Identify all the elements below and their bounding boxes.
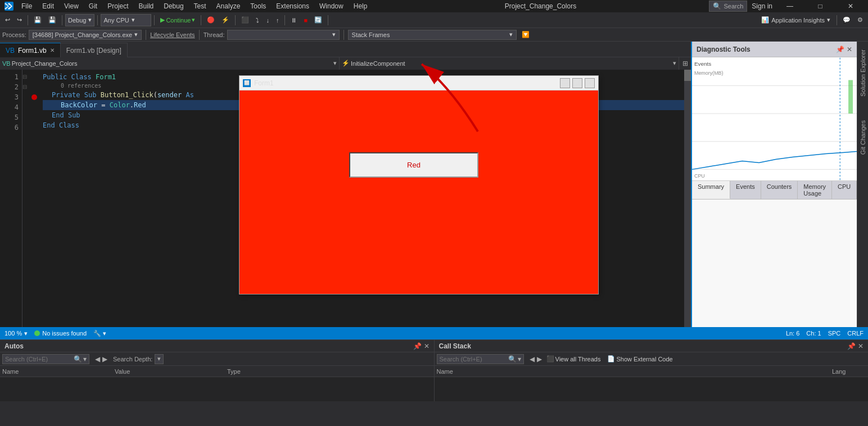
call-stack-nav-back[interactable]: ◀ <box>530 355 535 363</box>
pause-button[interactable]: ⏸ <box>288 14 300 26</box>
continue-button[interactable]: ▶ Continue ▾ <box>157 14 198 26</box>
cpu-dropdown[interactable]: Any CPU ▾ <box>101 14 151 26</box>
save-all-button[interactable]: 💾 <box>46 14 59 26</box>
diagnostic-title: Diagnostic Tools <box>697 46 751 53</box>
menu-edit[interactable]: Edit <box>38 1 58 11</box>
diag-tab-events[interactable]: Events <box>730 181 761 199</box>
process-toolbar: Process: [34688] Project_Change_Colors.e… <box>0 28 868 42</box>
crlf-display[interactable]: CRLF <box>847 330 864 337</box>
menu-git[interactable]: Git <box>84 1 102 11</box>
view-all-threads-button[interactable]: ⬛ View all Threads <box>544 355 603 362</box>
solution-explorer-label[interactable]: Solution Explorer <box>858 46 867 100</box>
git-changes-label[interactable]: Git Changes <box>858 117 867 158</box>
call-stack-close-button[interactable]: ✕ <box>858 342 864 350</box>
red-button[interactable]: Red <box>349 152 478 178</box>
menu-analyze[interactable]: Analyze <box>212 1 245 11</box>
search-depth-dropdown[interactable]: ▾ <box>155 354 164 364</box>
call-stack-pin-button[interactable]: 📌 <box>847 342 856 350</box>
class-dropdown[interactable]: VB Project_Change_Colors ▾ <box>0 57 340 70</box>
collapse-1[interactable]: ⊟ <box>22 72 30 82</box>
menu-tools[interactable]: Tools <box>246 1 270 11</box>
search-depth-label: Search Depth: <box>113 356 152 362</box>
form1-maximize-button[interactable]: □ <box>572 78 582 88</box>
menu-help[interactable]: Help <box>349 1 372 11</box>
stop-button[interactable]: ■ <box>301 14 310 26</box>
menu-project[interactable]: Project <box>103 1 133 11</box>
call-stack-search-box[interactable]: 🔍 ▾ <box>437 354 524 364</box>
diag-pin-button[interactable]: 📌 <box>836 46 844 53</box>
menu-file[interactable]: File <box>17 1 37 11</box>
thread-dropdown[interactable]: ▾ <box>227 30 340 40</box>
undo-button[interactable]: ↩ <box>2 14 13 26</box>
diag-close-button[interactable]: ✕ <box>847 46 852 53</box>
autos-nav-forward[interactable]: ▶ <box>102 355 107 363</box>
search-box-title[interactable]: 🔍 Search <box>709 1 747 12</box>
restart-button[interactable]: 🔄 <box>311 14 325 26</box>
breakpoints-button[interactable]: ⬛ <box>238 14 252 26</box>
diag-tab-cpu[interactable]: CPU <box>832 181 857 199</box>
autos-pin-button[interactable]: 📌 <box>413 342 422 350</box>
autos-header-btns: 📌 ✕ <box>413 342 430 350</box>
vb-icon: VB <box>6 47 15 55</box>
sign-in-label[interactable]: Sign in <box>752 2 772 10</box>
autos-search-box[interactable]: 🔍 ▾ <box>2 354 89 364</box>
redo-button[interactable]: ↪ <box>14 14 25 26</box>
stack-frames-dropdown[interactable]: Stack Frames ▾ <box>348 30 517 40</box>
editor-scrollbar[interactable] <box>684 70 691 327</box>
autos-close-button[interactable]: ✕ <box>424 342 430 350</box>
diag-tab-memory[interactable]: Memory Usage <box>798 181 832 199</box>
debug-mode-dropdown[interactable]: Debug ▾ <box>65 14 94 26</box>
step-over-button[interactable]: ⤵ <box>253 14 262 26</box>
tab-form1-design[interactable]: Form1.vb [Design] <box>61 43 128 57</box>
call-stack-search-chevron[interactable]: ▾ <box>518 355 521 363</box>
hot-reload-button[interactable]: ⚡ <box>219 14 232 26</box>
method-dropdown-label: InitializeComponent <box>351 60 405 67</box>
method-dropdown[interactable]: ⚡ InitializeComponent ▾ <box>340 57 679 70</box>
form1-window-title: Form1 <box>254 79 274 87</box>
diag-tab-summary[interactable]: Summary <box>692 181 730 199</box>
split-editor-button[interactable]: ⊞ <box>679 57 691 70</box>
minimize-button[interactable]: — <box>777 0 803 12</box>
class-icon: VB <box>2 60 11 67</box>
call-stack-title: Call Stack <box>439 342 471 350</box>
menu-test[interactable]: Test <box>189 1 211 11</box>
menu-view[interactable]: View <box>60 1 83 11</box>
autos-search-chevron[interactable]: ▾ <box>83 355 87 363</box>
diagnostic-header: Diagnostic Tools 📌 ✕ <box>692 42 857 57</box>
settings-button[interactable]: ⚙ <box>855 14 866 26</box>
menu-debug[interactable]: Debug <box>159 1 188 11</box>
close-button[interactable]: ✕ <box>838 0 864 12</box>
maximize-button[interactable]: □ <box>807 0 833 12</box>
save-button[interactable]: 💾 <box>31 14 44 26</box>
form1-minimize-button[interactable]: — <box>560 78 570 88</box>
attach-button[interactable]: 🔴 <box>204 14 218 26</box>
step-out-button[interactable]: ↑ <box>273 14 282 26</box>
call-stack-search-icon[interactable]: 🔍 <box>508 355 517 363</box>
stack-expand-button[interactable]: 🔽 <box>519 29 532 41</box>
autos-search-input[interactable] <box>5 356 73 362</box>
step-into-button[interactable]: ↓ <box>263 14 272 26</box>
tools-button[interactable]: 🔧 ▾ <box>93 330 106 337</box>
zoom-chevron-icon: ▾ <box>24 330 28 337</box>
zoom-display[interactable]: 100 % ▾ <box>4 330 28 337</box>
call-stack-search-input[interactable] <box>440 356 507 362</box>
form1-close-button[interactable]: ✕ <box>585 78 595 88</box>
call-stack-nav-forward[interactable]: ▶ <box>537 355 542 363</box>
menu-extensions[interactable]: Extensions <box>272 1 314 11</box>
process-dropdown[interactable]: [34688] Project_Change_Colors.exe ▾ <box>29 30 142 40</box>
app-insights-button[interactable]: 📊 Application Insights ▾ <box>758 15 834 25</box>
autos-nav-back[interactable]: ◀ <box>95 355 100 363</box>
autos-search-icon[interactable]: 🔍 <box>74 355 82 363</box>
tab-close-form1-vb[interactable]: ✕ <box>50 47 55 53</box>
menu-build[interactable]: Build <box>134 1 159 11</box>
feedback-button[interactable]: 💬 <box>840 14 853 26</box>
no-issues-dot <box>34 330 40 336</box>
vs-logo <box>4 2 13 11</box>
collapse-2[interactable]: ⊟ <box>22 82 30 92</box>
menu-window[interactable]: Window <box>315 1 348 11</box>
tab-form1-vb[interactable]: VB Form1.vb ✕ <box>0 43 61 57</box>
form1-floating-window[interactable]: ⬜ Form1 — □ ✕ Red <box>239 75 599 294</box>
show-external-code-button[interactable]: 📄 Show External Code <box>605 355 675 362</box>
scrollbar-thumb[interactable] <box>684 70 691 81</box>
diag-tab-counters[interactable]: Counters <box>761 181 798 199</box>
